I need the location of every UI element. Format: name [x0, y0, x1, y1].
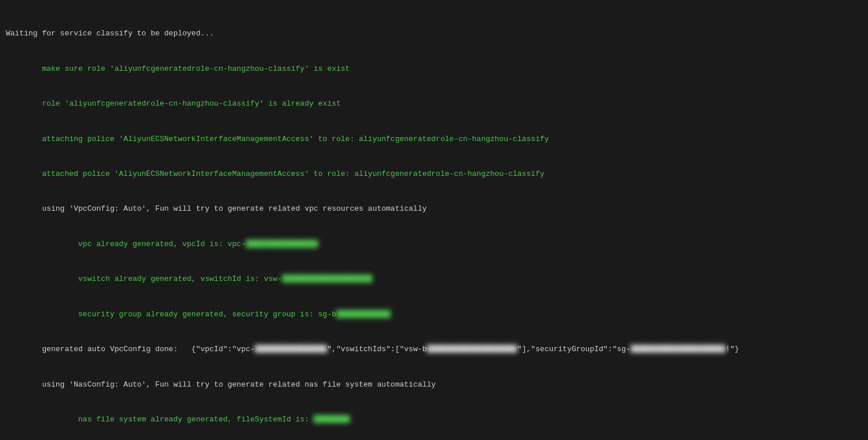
line-1: Waiting for service classify to be deplo… [6, 28, 862, 39]
blur-sg: ████████████ [337, 309, 391, 320]
terminal-output: Waiting for service classify to be deplo… [6, 5, 862, 440]
line-3: role 'aliyunfcgeneratedrole-cn-hangzhou-… [6, 98, 862, 110]
line-4: attaching police 'AliyunECSNetworkInterf… [6, 134, 862, 145]
line-11: using 'NasConfig: Auto', Fun will try to… [6, 379, 862, 391]
line-10: generated auto VpcConfig done: {"vpcId":… [6, 344, 862, 355]
blur-vpc: ████████████████ [245, 239, 318, 250]
line-9: security group already generated, securi… [6, 309, 862, 320]
blur-sgid: █████████████████████ [631, 344, 726, 355]
line-12: nas file system already generated, fileS… [6, 414, 862, 425]
blur-vpcid: ████████████████ [255, 344, 327, 355]
blur-vsw: ████████████████████ [282, 273, 372, 285]
line-6: using 'VpcConfig: Auto', Fun will try to… [6, 203, 862, 215]
line-2: make sure role 'aliyunfcgeneratedrole-cn… [6, 63, 862, 75]
blur-fsid: ████████ [314, 414, 350, 425]
line-5: attached police 'AliyunECSNetworkInterfa… [6, 168, 862, 180]
blur-vswid: ████████████████████ [427, 344, 518, 355]
line-8: vswitch already generated, vswitchId is:… [6, 273, 862, 285]
line-7: vpc already generated, vpcId is: vpc-███… [6, 239, 862, 250]
